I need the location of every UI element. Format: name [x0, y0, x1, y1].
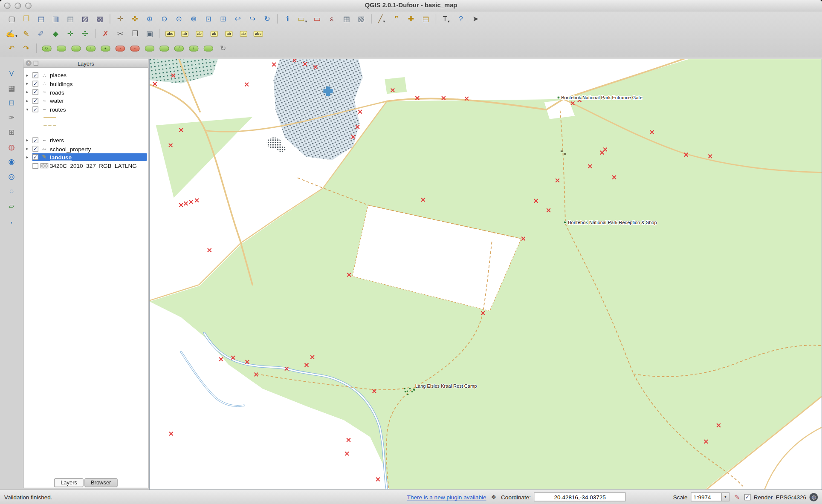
new-project-button[interactable]: ▢	[5, 13, 18, 26]
layer-checkbox[interactable]: ✓	[32, 81, 38, 87]
new-shapefile-layer-button[interactable]: ▱	[5, 199, 18, 212]
map-tips-button[interactable]: ❞	[390, 13, 403, 26]
composer-manager-button[interactable]: ▩	[93, 13, 107, 26]
add-part-button[interactable]: +	[84, 42, 98, 55]
text-annotation-button[interactable]: T▾	[440, 13, 453, 26]
expander-icon[interactable]: ▸	[26, 146, 32, 151]
scale-combo[interactable]: 1:9974 ▾	[691, 492, 729, 501]
toggle-editing-button[interactable]: ✎	[20, 27, 33, 40]
expander-icon[interactable]: ▸	[26, 81, 32, 86]
layer-item-buildings[interactable]: ▸✓∴buildings	[23, 79, 148, 88]
layer-item-rivers[interactable]: ▸✓~rivers	[23, 136, 148, 144]
layer-item-roads[interactable]: ▸✓~roads	[23, 88, 148, 97]
layer-item-3420C_2010_327_RGB_LATLNG[interactable]: 3420C_2010_327_RGB_LATLNG	[23, 161, 148, 170]
add-delimited-text-layer-button[interactable]: ,	[5, 214, 18, 227]
layer-item-routes[interactable]: ▾✓~routes	[23, 105, 148, 114]
layer-item-places[interactable]: ▸✓∴places	[23, 71, 148, 79]
symbology-item[interactable]	[23, 114, 148, 121]
coordinate-input[interactable]	[534, 492, 625, 501]
delete-part-button[interactable]: -	[128, 42, 142, 55]
save-layer-edits-button[interactable]: ✐	[34, 27, 48, 40]
add-mssql-layer-button[interactable]: ⊞	[5, 126, 18, 138]
field-calculator-button[interactable]: ε	[325, 13, 339, 26]
map-canvas[interactable]: Bontebok National Park Entrance GateBont…	[149, 59, 822, 490]
add-wcs-layer-button[interactable]: ◎	[5, 170, 18, 183]
show-hide-labels-button[interactable]: ab	[207, 27, 221, 40]
layer-item-landuse[interactable]: ▸✓✎landuse	[23, 153, 148, 161]
delete-selected-button[interactable]: ✗	[98, 27, 112, 40]
move-feature-button[interactable]: ✛	[64, 27, 77, 40]
add-oracle-layer-button[interactable]: ◍	[5, 141, 18, 153]
add-wms-layer-button[interactable]: ◉	[5, 155, 18, 168]
expander-icon[interactable]: ▸	[26, 73, 32, 78]
add-vector-layer-button[interactable]: V	[5, 67, 18, 80]
zoom-next-button[interactable]: ↪	[246, 13, 259, 26]
offset-curve-button[interactable]	[157, 42, 171, 55]
plugin-link[interactable]: There is a new plugin available	[407, 494, 486, 500]
expander-icon[interactable]: ▾	[26, 107, 32, 112]
save-as-image-button[interactable]: ▦	[64, 13, 77, 26]
zoom-out-button[interactable]: ⊖	[157, 13, 171, 26]
zoom-native-button[interactable]: ⊙	[172, 13, 186, 26]
current-edits-button[interactable]: ✍▾	[5, 27, 18, 40]
layer-item-water[interactable]: ▸✓~water	[23, 97, 148, 105]
copy-features-button[interactable]: ❐	[128, 27, 142, 40]
split-parts-button[interactable]: /	[187, 42, 200, 55]
highlight-pinned-labels-button[interactable]: ab	[193, 27, 206, 40]
layer-checkbox[interactable]: ✓	[32, 98, 38, 104]
layer-checkbox[interactable]: ✓	[32, 146, 38, 152]
delete-ring-button[interactable]: -	[113, 42, 127, 55]
add-feature-button[interactable]: ◆	[49, 27, 63, 40]
rotate-label-button[interactable]: ab	[237, 27, 250, 40]
pan-map-button[interactable]: ✛	[113, 13, 127, 26]
add-postgis-layer-button[interactable]: ⊟	[5, 97, 18, 109]
paste-features-button[interactable]: ▣	[143, 27, 156, 40]
open-project-button[interactable]: ❒	[20, 13, 33, 26]
zoom-to-selection-button[interactable]: ⊡	[202, 13, 215, 26]
pin-labels-button[interactable]: ab	[178, 27, 191, 40]
rotate-point-symbols-button[interactable]: ↻	[216, 42, 230, 55]
add-spatialite-layer-button[interactable]: ✑	[5, 111, 18, 124]
help-button[interactable]: ?	[454, 13, 468, 26]
measure-button[interactable]: ╱▾	[375, 13, 388, 26]
move-label-button[interactable]: ab	[222, 27, 236, 40]
raster-calculator-button[interactable]: ▧	[354, 13, 368, 26]
zoom-to-layer-button[interactable]: ⊞	[216, 13, 230, 26]
refresh-map-button[interactable]: ↻	[260, 13, 274, 26]
symbology-item[interactable]	[23, 122, 148, 130]
render-checkbox[interactable]: ✓	[744, 494, 751, 500]
zoom-in-button[interactable]: ⊕	[143, 13, 156, 26]
expander-icon[interactable]: ▸	[26, 90, 32, 95]
fill-ring-button[interactable]: ●	[98, 42, 112, 55]
pan-to-selection-button[interactable]: ✜	[128, 13, 142, 26]
expander-icon[interactable]: ▸	[26, 155, 32, 160]
chevron-down-icon[interactable]: ▾	[721, 493, 729, 501]
whats-this-button[interactable]: ➤	[469, 13, 482, 26]
add-wfs-layer-button[interactable]: ◌	[5, 184, 18, 197]
tab-browser[interactable]: Browser	[84, 478, 117, 487]
layer-labeling-options-button[interactable]: abc	[163, 27, 177, 40]
identify-features-button[interactable]: ℹ	[281, 13, 295, 26]
merge-features-button[interactable]	[202, 42, 215, 55]
tab-layers[interactable]: Layers	[54, 478, 83, 487]
expander-icon[interactable]: ▸	[26, 98, 32, 103]
show-bookmarks-button[interactable]: ▤	[419, 13, 432, 26]
expander-icon[interactable]: ▸	[26, 138, 32, 142]
change-label-properties-button[interactable]: abc	[252, 27, 265, 40]
layer-checkbox[interactable]: ✓	[32, 107, 38, 112]
rotate-feature-button[interactable]: ⟳	[40, 42, 54, 55]
layer-checkbox[interactable]: ✓	[32, 72, 38, 78]
layer-checkbox[interactable]: ✓	[32, 137, 38, 143]
deselect-features-button[interactable]: ▭	[310, 13, 324, 26]
add-raster-layer-button[interactable]: ▦	[5, 82, 18, 95]
zoom-last-button[interactable]: ↩	[231, 13, 245, 26]
new-print-composer-button[interactable]: ▨	[78, 13, 92, 26]
new-bookmark-button[interactable]: ✚	[404, 13, 418, 26]
save-project-as-button[interactable]: ▥	[49, 13, 63, 26]
layer-checkbox[interactable]: ✓	[32, 154, 38, 160]
layer-checkbox[interactable]	[32, 163, 38, 169]
save-project-button[interactable]: ▤	[34, 13, 48, 26]
undo-button[interactable]: ↶	[5, 42, 18, 55]
layer-item-school_property[interactable]: ▸✓▱school_property	[23, 144, 148, 153]
crs-status-icon[interactable]: ◍	[810, 493, 818, 501]
